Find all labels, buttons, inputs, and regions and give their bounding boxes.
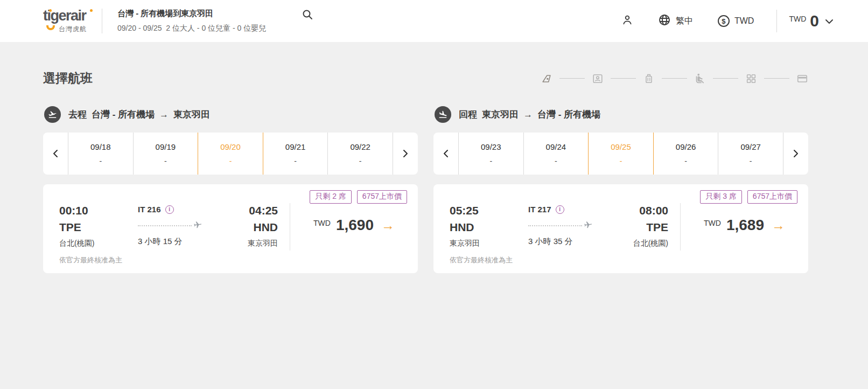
destination-label: 東京羽田 [173,108,210,121]
inbound-date-strip: 09/23 - 09/24 - 09/25 - 09/26 - 09/27 [433,133,808,175]
price-select-area[interactable]: TWD 1,689 → [681,218,808,233]
price-select-area[interactable]: TWD 1,690 → [290,218,418,233]
step-baggage-icon [643,73,655,85]
currency-label: TWD [734,16,754,26]
logo-smile-icon [46,25,55,30]
tigerair-logo[interactable]: tigerair 台灣虎航 [43,9,87,34]
wallet-balance-dropdown[interactable]: TWD 0 [789,13,834,29]
step-connector [662,78,687,79]
depart-airport-code: HND [450,221,528,234]
inbound-section: 回程 東京羽田 → 台灣 - 所有機場 09/23 - 09/24 - [433,106,808,273]
step-addons-grid-icon [745,73,757,85]
date-tab[interactable]: 09/19 - [133,133,198,175]
outbound-section: 去程 台灣 - 所有機場 → 東京羽田 09/18 - 09/19 - [43,106,418,273]
flight-path-dots [138,225,192,226]
header-divider [776,10,777,32]
chevron-down-icon [825,18,834,26]
route-subtitle: 09/20 - 09/25 2 位大人 - 0 位兒童 - 0 位嬰兒 [117,24,266,33]
origin-label: 台灣 - 所有機場 [92,108,155,121]
origin-label: 東京羽田 [482,108,519,121]
arrive-airport-code: HND [214,221,278,234]
plane-icon [193,220,202,232]
fare-type-badge: 6757上市價 [357,190,407,204]
language-label: 繁中 [676,16,693,27]
depart-time: 00:10 [59,205,138,216]
search-summary[interactable]: 台灣 - 所有機場到東京羽田 09/20 - 09/25 2 位大人 - 0 位… [117,9,313,33]
price-value: 1,689 [726,218,764,233]
date-tab[interactable]: 09/18 - [68,133,133,175]
top-bar: tigerair 台灣虎航 台灣 - 所有機場到東京羽田 09/20 - 09/… [0,0,868,42]
booking-progress-steps [541,73,808,85]
arrow-right-icon: → [159,109,169,120]
date-tab[interactable]: 09/24 - [523,133,589,175]
date-tab[interactable]: 09/23 - [458,133,523,175]
info-icon[interactable]: i [165,205,174,214]
arrive-time: 04:25 [214,205,278,216]
search-button[interactable] [302,9,313,22]
arrive-city: 東京羽田 [214,239,278,248]
page-title: 選擇航班 [43,70,93,87]
price-value: 1,690 [336,218,374,233]
wallet-amount: 0 [810,13,819,29]
step-connector [764,78,789,79]
inbound-flight-card[interactable]: 只剩 3 席 6757上市價 05:25 HND 東京羽田 IT 217 i [433,184,808,273]
date-tab[interactable]: 09/26 - [653,133,718,175]
logo-orange-dot [49,9,52,12]
seats-left-badge: 只剩 2 席 [310,190,352,204]
flight-number: IT 216 [138,205,161,214]
flight-takeoff-icon [44,106,61,123]
approval-note: 依官方最終核准為主 [450,255,513,265]
step-flight-plane-icon [541,73,552,85]
depart-airport-code: TPE [59,221,138,234]
outbound-date-strip: 09/18 - 09/19 - 09/20 - 09/21 - 09/22 [43,133,418,175]
globe-icon [658,13,671,29]
arrive-airport-code: TPE [605,221,668,234]
header-nav: 繁中 $ TWD TWD 0 [597,10,834,32]
next-dates-button[interactable] [393,133,418,175]
destination-label: 台灣 - 所有機場 [537,108,600,121]
arrive-time: 08:00 [605,205,668,216]
wallet-currency: TWD [789,15,806,23]
select-arrow-icon: → [772,219,785,232]
date-tab[interactable]: 09/27 - [718,133,783,175]
step-connector [713,78,738,79]
header-divider [102,9,102,33]
arrive-city: 台北(桃園) [605,239,668,248]
date-tab-selected[interactable]: 09/20 - [198,133,263,175]
depart-city: 東京羽田 [450,239,528,248]
brand-subtitle: 台灣虎航 [59,25,87,34]
prev-dates-button[interactable] [43,133,68,175]
step-seat-icon [694,73,706,85]
fare-type-badge: 6757上市價 [747,190,797,204]
step-passenger-id-icon [592,73,604,85]
depart-city: 台北(桃園) [59,239,138,248]
route-title: 台灣 - 所有機場到東京羽田 [117,9,266,19]
logo-orange-dot [90,9,93,12]
prev-dates-button[interactable] [433,133,458,175]
price-currency: TWD [704,219,721,227]
main-content: 選擇航班 [43,42,808,273]
currency-selector[interactable]: $ TWD [718,15,754,27]
language-selector[interactable]: 繁中 [658,13,693,29]
approval-note: 依官方最終核准為主 [59,255,122,265]
date-tab[interactable]: 09/22 - [327,133,393,175]
depart-time: 05:25 [450,205,528,216]
date-tab[interactable]: 09/21 - [263,133,328,175]
outbound-flight-card[interactable]: 只剩 2 席 6757上市價 00:10 TPE 台北(桃園) IT 216 i [43,184,418,273]
flight-duration: 3 小時 35 分 [528,237,605,247]
step-connector [611,78,636,79]
arrow-right-icon: → [523,109,533,120]
step-payment-card-icon [796,73,808,85]
date-tab-selected[interactable]: 09/25 - [588,133,653,175]
plane-icon [583,220,593,232]
info-icon[interactable]: i [556,205,564,214]
select-arrow-icon: → [381,219,395,232]
step-connector [559,78,585,79]
user-icon [621,14,633,28]
account-button[interactable] [621,14,633,28]
next-dates-button[interactable] [783,133,808,175]
flight-path-dots [528,225,582,226]
price-currency: TWD [313,219,331,227]
flight-duration: 3 小時 15 分 [138,237,214,247]
tigerair-logo-wordmark: tigerair [43,9,87,23]
